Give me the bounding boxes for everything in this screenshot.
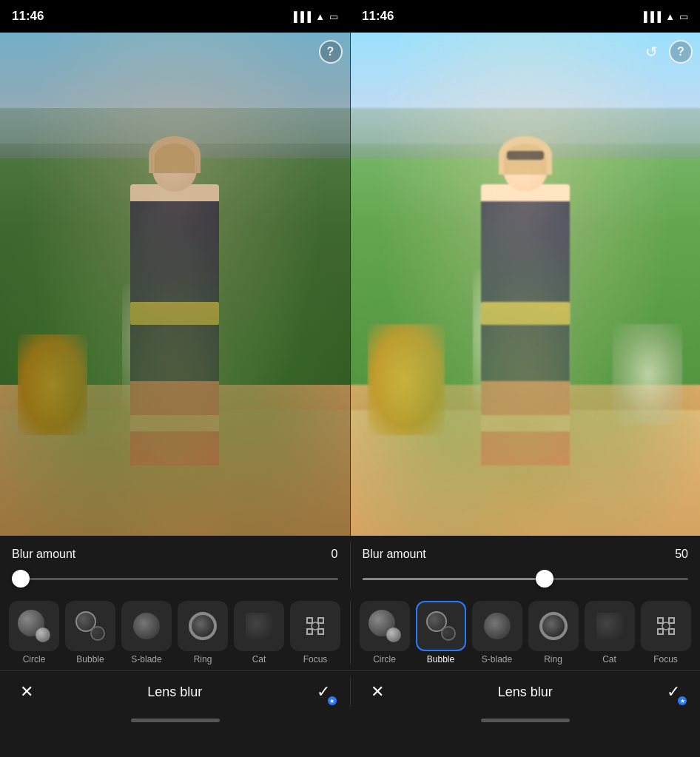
lens-item-ring-left[interactable]: Ring	[178, 601, 228, 665]
lens-label-bubble-right: Bubble	[427, 654, 454, 665]
lens-item-cat-right[interactable]: Cat	[585, 601, 635, 665]
slider-thumb-left[interactable]	[12, 570, 30, 588]
confirm-button-right[interactable]: ✓ ★	[662, 680, 685, 704]
lens-thumbnail-inner-bubble-right	[417, 602, 465, 650]
svg-rect-7	[658, 629, 663, 634]
svg-rect-0	[307, 618, 312, 623]
home-bar-left	[131, 719, 220, 722]
lens-thumbnail-inner-ring-left	[179, 602, 226, 650]
lens-item-focus-left[interactable]: Focus	[290, 601, 340, 665]
lens-thumbnail-inner-cat-left	[235, 602, 283, 650]
lens-thumbnail-inner-sblade-right	[474, 602, 521, 650]
lens-label-cat-right: Cat	[602, 654, 616, 665]
lens-thumbnail-circle-left	[9, 601, 59, 651]
time-right: 11:46	[362, 9, 394, 24]
blur-label-left: Blur amount	[12, 548, 75, 561]
toolbar-title-left: Lens blur	[147, 684, 202, 700]
photo-panel-left: ?	[0, 33, 351, 536]
lens-item-bubble-right[interactable]: Bubble	[416, 601, 466, 665]
lens-thumbnail-inner-focus-left	[292, 602, 339, 650]
toolbar-title-right: Lens blur	[498, 684, 553, 700]
circle-small-right	[386, 628, 401, 642]
bottom-toolbars: ✕ Lens blur ✓ ★ ✕ Lens blur ✓ ★	[0, 670, 700, 713]
lens-label-sblade-right: S-blade	[482, 654, 512, 665]
wifi-icon-right: ▲	[665, 11, 675, 22]
lens-circle-icon-right	[368, 610, 401, 642]
lens-label-sblade-left: S-blade	[131, 654, 161, 665]
lens-label-focus-right: Focus	[653, 654, 678, 665]
slider-thumb-right[interactable]	[536, 570, 553, 588]
svg-rect-5	[658, 618, 663, 623]
lens-thumbnail-inner-sblade-left	[123, 602, 170, 650]
lens-label-ring-right: Ring	[544, 654, 562, 665]
blur-value-left: 0	[332, 548, 338, 561]
lens-cat-icon-right	[596, 613, 623, 639]
lens-circle-icon-left	[18, 610, 50, 642]
wifi-icon-left: ▲	[315, 11, 325, 22]
status-bar-left: 11:46 ▐▐▐ ▲ ▭	[0, 0, 350, 33]
lens-item-focus-right[interactable]: Focus	[641, 601, 691, 665]
lens-thumbnail-inner-bubble-left	[67, 602, 114, 650]
cancel-button-right[interactable]: ✕	[366, 680, 389, 704]
lens-sblade-icon-left	[133, 613, 160, 639]
blur-label-right: Blur amount	[363, 548, 426, 561]
status-icons-right: ▐▐▐ ▲ ▭	[640, 11, 688, 22]
lens-thumbnail-inner-circle-right	[361, 602, 408, 650]
lens-item-circle-left[interactable]: Circle	[9, 601, 59, 665]
blur-value-right: 50	[675, 548, 688, 561]
home-indicator-right	[350, 713, 700, 727]
controls-panel: Blur amount 0 Blur amount 50	[0, 536, 700, 757]
home-indicators	[0, 713, 700, 727]
lens-thumbnail-inner-focus-right	[642, 602, 690, 650]
svg-rect-3	[318, 629, 323, 634]
confirm-badge-left: ★	[328, 696, 337, 705]
lens-thumbnail-cat-left	[234, 601, 284, 651]
lens-thumbnail-inner-circle-left	[10, 602, 58, 650]
panel-icons-right: ↺ ?	[639, 40, 693, 64]
cancel-button-left[interactable]: ✕	[15, 680, 38, 704]
battery-icon-right: ▭	[679, 11, 688, 22]
signal-icon-left: ▐▐▐	[290, 11, 311, 22]
bubble2-right	[441, 626, 456, 641]
lens-label-focus-left: Focus	[303, 654, 328, 665]
lens-item-cat-left[interactable]: Cat	[234, 601, 284, 665]
photo-scene-left	[0, 33, 350, 536]
photo-overlay-right	[351, 33, 701, 536]
lens-thumbnail-sblade-left	[121, 601, 172, 651]
undo-button-right[interactable]: ↺	[639, 40, 663, 64]
lens-item-ring-right[interactable]: Ring	[528, 601, 579, 665]
help-button-right[interactable]: ?	[669, 40, 693, 64]
blur-controls: Blur amount 0 Blur amount 50	[0, 536, 700, 595]
lens-ring-icon-right	[539, 612, 568, 640]
lens-item-sblade-right[interactable]: S-blade	[472, 601, 522, 665]
lens-label-circle-right: Circle	[373, 654, 396, 665]
bottom-toolbar-left: ✕ Lens blur ✓ ★	[0, 671, 350, 713]
slider-container-right[interactable]	[363, 568, 689, 589]
lens-thumbnail-bubble-left	[65, 601, 115, 651]
slider-track-left	[12, 578, 338, 580]
lens-label-ring-left: Ring	[194, 654, 212, 665]
help-button-left[interactable]: ?	[319, 40, 343, 64]
bottom-toolbar-right: ✕ Lens blur ✓ ★	[351, 671, 701, 713]
lens-thumbnail-sblade-right	[472, 601, 522, 651]
home-bar-right	[481, 719, 570, 722]
slider-fill-right	[363, 578, 545, 580]
time-left: 11:46	[12, 9, 44, 24]
slider-container-left[interactable]	[12, 568, 338, 589]
lens-thumbnail-ring-left	[178, 601, 228, 651]
confirm-badge-star-right: ★	[680, 698, 685, 704]
confirm-badge-star-left: ★	[329, 698, 334, 704]
lens-item-sblade-left[interactable]: S-blade	[121, 601, 172, 665]
lens-item-bubble-left[interactable]: Bubble	[65, 601, 115, 665]
photo-bg-right	[351, 33, 701, 536]
lens-item-circle-right[interactable]: Circle	[360, 601, 410, 665]
confirm-button-left[interactable]: ✓ ★	[312, 680, 335, 704]
lens-thumbnail-ring-right	[528, 601, 579, 651]
lens-section-right: Circle Bubble	[351, 595, 701, 670]
svg-rect-2	[307, 629, 312, 634]
lens-thumbnail-inner-cat-right	[586, 602, 633, 650]
blur-label-row-left: Blur amount 0	[12, 548, 338, 561]
lens-thumbnail-cat-right	[585, 601, 635, 651]
signal-icon-right: ▐▐▐	[640, 11, 661, 22]
svg-point-9	[662, 622, 670, 630]
